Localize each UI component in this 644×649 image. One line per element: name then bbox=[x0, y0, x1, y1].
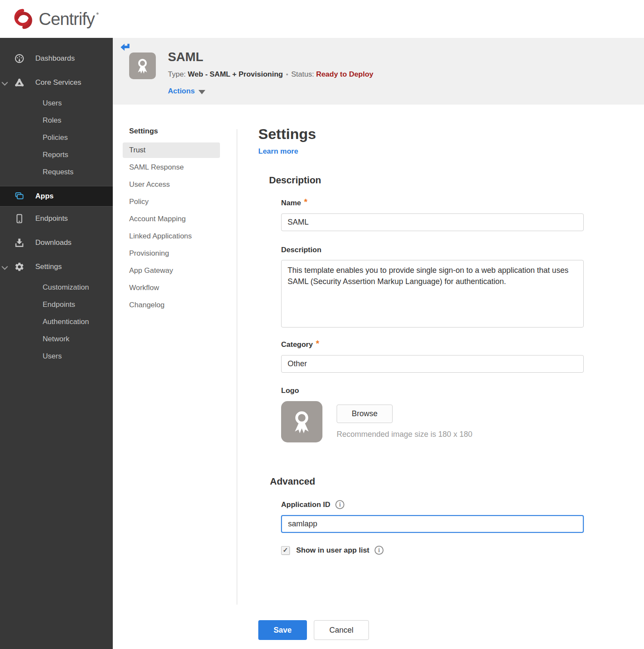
brand-name: Centrify bbox=[39, 9, 99, 29]
sidebar-subitem-policies[interactable]: Policies bbox=[0, 129, 113, 146]
brand-logo: Centrify bbox=[12, 8, 99, 30]
sidebar-item-core-services[interactable]: Core Services bbox=[0, 71, 113, 95]
device-icon bbox=[14, 213, 25, 224]
recommended-size-text: Recommended image size is 180 x 180 bbox=[337, 430, 472, 439]
chevron-down-icon[interactable] bbox=[1, 80, 8, 86]
subnav-item-user-access[interactable]: User Access bbox=[123, 177, 220, 192]
subnav-item-policy[interactable]: Policy bbox=[123, 194, 220, 210]
sidebar-subitem-label: Roles bbox=[43, 116, 61, 125]
award-ribbon-icon bbox=[288, 408, 316, 436]
vertical-divider bbox=[237, 129, 237, 605]
sidebar-subitem-roles[interactable]: Roles bbox=[0, 112, 113, 129]
subnav-item-changelog[interactable]: Changelog bbox=[123, 297, 220, 313]
required-marker: * bbox=[304, 197, 307, 207]
description-label: Description bbox=[281, 246, 322, 254]
name-label: Name bbox=[281, 199, 301, 207]
subnav-item-trust[interactable]: Trust bbox=[123, 142, 220, 158]
sidebar-item-dashboards[interactable]: Dashboards bbox=[0, 46, 113, 71]
sidebar-subitem-users[interactable]: Users bbox=[0, 95, 113, 112]
meta-separator: • bbox=[286, 71, 288, 78]
caret-down-icon bbox=[198, 90, 205, 94]
subnav-item-app-gateway[interactable]: App Gateway bbox=[123, 263, 220, 278]
download-icon bbox=[14, 238, 25, 248]
app-title: SAML bbox=[168, 50, 203, 64]
form-actions: Save Cancel bbox=[258, 620, 369, 640]
sidebar-item-label: Apps bbox=[35, 192, 54, 201]
status-badge: Ready to Deploy bbox=[316, 70, 373, 78]
show-in-list-label: Show in user app list bbox=[296, 546, 369, 555]
page-title: Settings bbox=[258, 126, 584, 142]
sidebar-subitem-label: Authentication bbox=[43, 318, 89, 326]
logo-field-group: Logo Browse Recommended image size is 18… bbox=[281, 386, 584, 442]
status-label: Status: bbox=[291, 70, 314, 78]
sidebar-item-endpoints[interactable]: Endpoints bbox=[0, 207, 113, 231]
info-circle-icon[interactable] bbox=[375, 546, 384, 555]
sidebar-subitem-label: Reports bbox=[43, 151, 68, 159]
sidebar-subitem-settings-users[interactable]: Users bbox=[0, 348, 113, 365]
app-icon-tile bbox=[129, 53, 156, 79]
subnav-item-provisioning[interactable]: Provisioning bbox=[123, 246, 220, 261]
sidebar-subitem-settings-endpoints[interactable]: Endpoints bbox=[0, 296, 113, 313]
sidebar-item-label: Endpoints bbox=[35, 214, 68, 223]
sidebar-item-downloads[interactable]: Downloads bbox=[0, 231, 113, 255]
subnav-item-account-mapping[interactable]: Account Mapping bbox=[123, 211, 220, 227]
sidebar-subitem-label: Customization bbox=[43, 283, 89, 292]
sidebar-subitem-network[interactable]: Network bbox=[0, 331, 113, 348]
logo-preview bbox=[281, 401, 322, 442]
sidebar-subitem-label: Endpoints bbox=[43, 300, 75, 309]
show-in-list-row: Show in user app list bbox=[281, 546, 584, 555]
settings-subnav: Settings Trust SAML Response User Access… bbox=[123, 127, 220, 315]
sidebar-subitem-reports[interactable]: Reports bbox=[0, 146, 113, 164]
sidebar-subitem-customization[interactable]: Customization bbox=[0, 279, 113, 296]
application-id-group: Application ID bbox=[281, 500, 584, 533]
sidebar-subitem-label: Policies bbox=[43, 133, 68, 142]
sidebar-item-label: Core Services bbox=[35, 78, 81, 87]
core-services-icon bbox=[14, 77, 25, 88]
category-label: Category bbox=[281, 340, 313, 349]
category-field-group: Category * bbox=[281, 340, 584, 373]
browse-button[interactable]: Browse bbox=[337, 405, 393, 423]
sidebar-subitem-label: Requests bbox=[43, 168, 74, 176]
chevron-down-icon[interactable] bbox=[1, 264, 8, 270]
save-button[interactable]: Save bbox=[258, 620, 307, 640]
sidebar-item-apps[interactable]: Apps bbox=[0, 186, 113, 207]
section-heading-advanced: Advanced bbox=[270, 476, 584, 487]
application-id-input[interactable] bbox=[281, 515, 584, 533]
cancel-button[interactable]: Cancel bbox=[314, 620, 369, 640]
description-field-group: Description This template enables you to… bbox=[281, 246, 584, 328]
type-label: Type: bbox=[168, 70, 186, 78]
centrify-swirl-icon bbox=[12, 8, 34, 30]
description-textarea[interactable]: This template enables you to provide sin… bbox=[281, 260, 584, 328]
back-arrow-icon[interactable] bbox=[120, 42, 131, 52]
app-meta: Type: Web - SAML + Provisioning•Status: … bbox=[168, 70, 373, 79]
sidebar-subitem-requests[interactable]: Requests bbox=[0, 164, 113, 181]
sidebar-item-label: Downloads bbox=[35, 238, 71, 247]
actions-label: Actions bbox=[168, 87, 195, 96]
sidebar-subitem-label: Network bbox=[43, 335, 69, 343]
subnav-item-linked-applications[interactable]: Linked Applications bbox=[123, 229, 220, 244]
apps-icon bbox=[14, 191, 25, 201]
gear-icon bbox=[14, 262, 25, 272]
actions-dropdown[interactable]: Actions bbox=[168, 87, 205, 96]
subnav-header: Settings bbox=[123, 127, 220, 142]
application-id-label: Application ID bbox=[281, 501, 330, 509]
info-circle-icon[interactable] bbox=[335, 500, 344, 509]
name-input[interactable] bbox=[281, 213, 584, 231]
show-in-user-app-list-checkbox[interactable] bbox=[281, 546, 290, 555]
category-input[interactable] bbox=[281, 355, 584, 373]
top-bar: Centrify bbox=[0, 0, 644, 38]
gauge-icon bbox=[14, 53, 25, 64]
main-content: Settings Learn more Description Name * D… bbox=[258, 126, 584, 555]
learn-more-link[interactable]: Learn more bbox=[258, 147, 298, 156]
subnav-item-workflow[interactable]: Workflow bbox=[123, 280, 220, 296]
sidebar-item-label: Dashboards bbox=[35, 54, 75, 63]
app-header: SAML Type: Web - SAML + Provisioning•Sta… bbox=[113, 38, 644, 105]
required-marker: * bbox=[316, 339, 319, 349]
section-heading-description: Description bbox=[269, 175, 584, 186]
subnav-item-saml-response[interactable]: SAML Response bbox=[123, 160, 220, 175]
sidebar-subitem-authentication[interactable]: Authentication bbox=[0, 313, 113, 331]
sidebar-item-label: Settings bbox=[35, 263, 62, 271]
sidebar-item-settings[interactable]: Settings bbox=[0, 255, 113, 279]
logo-label: Logo bbox=[281, 386, 299, 395]
sidebar-subitem-label: Users bbox=[43, 99, 62, 108]
